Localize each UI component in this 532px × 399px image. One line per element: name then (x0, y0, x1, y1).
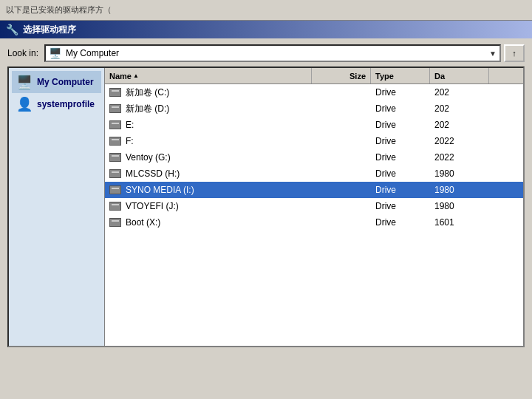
drive-icon (109, 185, 121, 194)
look-in-row: Look in: 🖥️ My Computer ▼ ↑ (7, 44, 525, 62)
banner-text: 以下是已安装的驱动程序方（ (6, 4, 112, 16)
drive-icon (109, 153, 121, 162)
file-type-cell: Drive (372, 152, 432, 163)
file-date-cell: 202 (432, 87, 491, 98)
file-name-cell: MLCSSD (H:) (106, 168, 313, 179)
file-type-cell: Drive (372, 136, 432, 146)
col-name-label: Name (109, 72, 132, 81)
file-row[interactable]: 新加卷 (C:) Drive 202 (105, 84, 523, 100)
file-name-cell: 新加卷 (D:) (106, 103, 313, 115)
systemprofile-label: systemprofile (37, 99, 95, 109)
file-date-cell: 2022 (432, 136, 491, 146)
file-name-cell: VTOYEFI (J:) (106, 201, 313, 211)
file-type-cell: Drive (372, 217, 432, 228)
file-name: SYNO MEDIA (I:) (126, 185, 194, 195)
look-in-label: Look in: (7, 48, 38, 58)
up-button[interactable]: ↑ (504, 44, 525, 62)
file-name-cell: F: (106, 136, 313, 146)
my-computer-icon: 🖥️ (16, 74, 33, 90)
file-type-cell: Drive (372, 120, 432, 130)
drive-icon (109, 104, 121, 113)
file-name: VTOYEFI (J:) (126, 201, 179, 211)
look-in-combo[interactable]: 🖥️ My Computer ▼ (44, 44, 501, 62)
drive-icon (109, 202, 121, 211)
file-name-cell: SYNO MEDIA (I:) (106, 185, 313, 195)
combo-arrow-icon: ▼ (489, 50, 497, 58)
file-type-cell: Drive (372, 168, 432, 179)
file-date-cell: 202 (432, 120, 491, 130)
file-date-cell: 2022 (432, 152, 491, 163)
file-name-cell: Boot (X:) (106, 217, 313, 228)
file-row[interactable]: SYNO MEDIA (I:) Drive 1980 (105, 182, 523, 198)
file-row[interactable]: Ventoy (G:) Drive 2022 (105, 149, 523, 166)
file-type-cell: Drive (372, 201, 432, 211)
file-name-cell: 新加卷 (C:) (106, 86, 313, 99)
file-name: E: (126, 120, 134, 130)
dialog-body: Look in: 🖥️ My Computer ▼ ↑ 🖥️ My Comput… (0, 38, 532, 353)
file-date-cell: 1980 (432, 201, 491, 211)
left-item-my-computer[interactable]: 🖥️ My Computer (12, 71, 101, 93)
col-header-size[interactable]: Size (312, 68, 371, 83)
drive-icon (109, 169, 121, 178)
file-type-cell: Drive (372, 185, 432, 195)
col-type-label: Type (375, 72, 394, 81)
right-panel: Name ▲ Size Type Da (105, 68, 523, 346)
drive-icon (109, 137, 121, 146)
col-header-type[interactable]: Type (371, 68, 430, 83)
file-name: Boot (X:) (126, 217, 160, 228)
file-list[interactable]: 新加卷 (C:) Drive 202 新加卷 (D:) Drive 202 E:… (105, 84, 523, 346)
left-panel: 🖥️ My Computer 👤 systemprofile (9, 68, 105, 346)
col-size-label: Size (349, 72, 366, 81)
col-date-label: Da (434, 72, 445, 81)
file-name: MLCSSD (H:) (126, 168, 180, 179)
file-name-cell: E: (106, 120, 313, 130)
top-banner: 以下是已安装的驱动程序方（ (0, 0, 532, 21)
file-date-cell: 202 (432, 103, 491, 114)
sort-arrow-icon: ▲ (133, 72, 139, 79)
file-date-cell: 1980 (432, 168, 491, 179)
dialog-window: 🔧 选择驱动程序 Look in: 🖥️ My Computer ▼ ↑ 🖥️ … (0, 21, 532, 399)
file-row[interactable]: Boot (X:) Drive 1601 (105, 214, 523, 231)
file-name: Ventoy (G:) (126, 152, 171, 163)
user-icon: 👤 (16, 96, 33, 112)
main-area: 🖥️ My Computer 👤 systemprofile Name ▲ (7, 66, 525, 347)
titlebar-icon: 🔧 (6, 24, 18, 35)
col-header-name[interactable]: Name ▲ (105, 68, 312, 83)
left-item-systemprofile[interactable]: 👤 systemprofile (12, 93, 101, 115)
file-row[interactable]: E: Drive 202 (105, 117, 523, 133)
file-type-cell: Drive (372, 103, 432, 114)
file-name-cell: Ventoy (G:) (106, 152, 313, 163)
my-computer-label: My Computer (37, 77, 94, 87)
file-list-header: Name ▲ Size Type Da (105, 68, 523, 84)
look-in-value: My Computer (66, 48, 489, 58)
file-row[interactable]: 新加卷 (D:) Drive 202 (105, 100, 523, 117)
file-date-cell: 1980 (432, 185, 491, 195)
dialog-titlebar: 🔧 选择驱动程序 (0, 21, 532, 38)
file-name: F: (126, 136, 134, 146)
col-header-date[interactable]: Da (430, 68, 489, 83)
file-row[interactable]: MLCSSD (H:) Drive 1980 (105, 166, 523, 182)
drive-icon (109, 88, 121, 97)
drive-icon (109, 120, 121, 129)
dialog-title: 选择驱动程序 (23, 24, 76, 36)
computer-icon: 🖥️ (49, 47, 61, 59)
file-row[interactable]: VTOYEFI (J:) Drive 1980 (105, 198, 523, 214)
drive-icon (109, 218, 121, 227)
file-row[interactable]: F: Drive 2022 (105, 133, 523, 149)
file-type-cell: Drive (372, 87, 432, 98)
file-name: 新加卷 (D:) (126, 103, 169, 115)
file-date-cell: 1601 (432, 217, 491, 228)
file-name: 新加卷 (C:) (126, 86, 169, 99)
